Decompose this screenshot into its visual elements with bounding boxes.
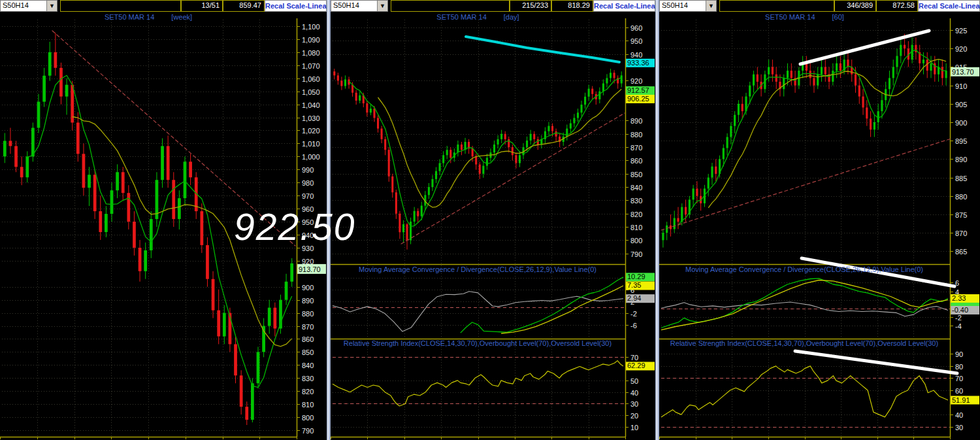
svg-text:880: 880 [630, 131, 642, 139]
svg-text:860: 860 [302, 335, 314, 343]
svg-text:62.29: 62.29 [627, 362, 645, 369]
svg-text:790: 790 [630, 250, 642, 258]
svg-text:1,020: 1,020 [302, 127, 320, 135]
svg-text:920: 920 [955, 45, 967, 53]
svg-text:890: 890 [302, 297, 314, 305]
svg-text:10.29: 10.29 [627, 273, 645, 280]
svg-text:913.70: 913.70 [952, 68, 974, 76]
svg-text:913.70: 913.70 [299, 265, 321, 273]
svg-text:10: 10 [630, 424, 638, 432]
bar-count-field: 215/233 [510, 0, 551, 12]
svg-text:990: 990 [302, 166, 314, 174]
toolbar-weekly: S50H14 ▼ 13/51 859.47 Recal Scale-Linear [0, 0, 327, 12]
svg-text:860: 860 [630, 157, 642, 165]
svg-text:850: 850 [630, 171, 642, 178]
window-separator[interactable] [655, 0, 659, 440]
svg-text:80: 80 [955, 363, 963, 371]
svg-text:51.91: 51.91 [952, 396, 970, 404]
svg-text:30: 30 [630, 400, 638, 408]
symbol-value: S50H14 [1, 1, 46, 11]
svg-text:925: 925 [955, 27, 967, 35]
svg-text:970: 970 [302, 192, 314, 200]
svg-text:2.33: 2.33 [952, 294, 966, 302]
chart-title-60min: SET50 MAR 14[60] [659, 13, 950, 21]
svg-text:940: 940 [630, 51, 642, 59]
svg-text:2.94: 2.94 [627, 294, 641, 302]
svg-text:60: 60 [955, 387, 963, 395]
chart-window-daily: S50H14 ▼ 215/233 818.29 Recal Scale-Line… [331, 0, 655, 440]
chart-title-daily: SET50 MAR 14[day] [331, 13, 625, 21]
svg-text:800: 800 [302, 414, 314, 422]
symbol-dropdown[interactable]: S50H14 ▼ [0, 0, 57, 12]
svg-text:912.57: 912.57 [627, 86, 649, 94]
recal-scale-button[interactable]: Recal Scale-Linear [593, 0, 655, 12]
svg-text:-4: -4 [955, 322, 962, 330]
recal-scale-button[interactable]: Recal Scale-Linear [265, 0, 327, 12]
svg-text:70: 70 [955, 375, 963, 382]
trading-workspace: { "icons": {"chevron_down": "▼"}, "overl… [0, 0, 980, 440]
symbol-dropdown[interactable]: S50H14 ▼ [331, 0, 388, 12]
svg-text:-6: -6 [630, 322, 637, 330]
svg-text:7.35: 7.35 [627, 281, 641, 289]
svg-text:40: 40 [955, 411, 963, 419]
svg-text:1,050: 1,050 [302, 88, 320, 96]
chart-symbol: SET50 MAR 14 [105, 13, 154, 21]
svg-text:1,070: 1,070 [302, 62, 320, 70]
svg-text:920: 920 [302, 258, 314, 265]
price-field: 859.47 [223, 0, 265, 12]
chart-window-60min: S50H14 ▼ 346/389 872.58 Recal Scale-Line… [659, 0, 980, 440]
recal-scale-button[interactable]: Recal Scale-Linear [918, 0, 980, 12]
macd-title-daily: Moving Average Convergence / Divergence(… [337, 265, 618, 273]
chevron-down-icon[interactable]: ▼ [46, 1, 57, 11]
svg-text:850: 850 [302, 348, 314, 356]
chart-symbol: SET50 MAR 14 [436, 13, 486, 21]
chart-timeframe: [week] [171, 13, 192, 21]
svg-text:810: 810 [630, 224, 642, 231]
svg-text:800: 800 [630, 237, 642, 245]
svg-text:865: 865 [955, 248, 967, 256]
chevron-down-icon[interactable]: ▼ [706, 1, 716, 11]
toolbar-daily: S50H14 ▼ 215/233 818.29 Recal Scale-Line… [331, 0, 655, 12]
svg-text:900: 900 [955, 119, 967, 127]
symbol-dropdown[interactable]: S50H14 ▼ [659, 0, 717, 12]
svg-text:810: 810 [302, 401, 314, 409]
svg-text:1,060: 1,060 [302, 75, 320, 83]
macd-title-60min: Moving Average Convergence / Divergence(… [666, 265, 943, 273]
svg-text:830: 830 [302, 375, 314, 382]
svg-text:70: 70 [630, 354, 638, 362]
svg-text:1,010: 1,010 [302, 140, 320, 148]
daily-chart-canvas[interactable]: 9609509409208908808708608508408308208108… [331, 12, 655, 440]
svg-text:-2: -2 [955, 314, 962, 322]
svg-text:30: 30 [955, 424, 963, 432]
svg-text:1,090: 1,090 [302, 36, 320, 44]
svg-text:933.36: 933.36 [627, 59, 649, 67]
svg-text:920: 920 [630, 77, 642, 85]
svg-text:1,080: 1,080 [302, 49, 320, 57]
60min-chart-canvas[interactable]: 9259209159109059008958908858808758708659… [659, 12, 980, 440]
svg-text:790: 790 [302, 427, 314, 435]
svg-text:-2: -2 [630, 310, 637, 318]
svg-text:950: 950 [630, 37, 642, 45]
svg-text:980: 980 [302, 179, 314, 187]
svg-text:870: 870 [955, 229, 967, 237]
svg-text:875: 875 [955, 211, 967, 219]
toolbar-spacer-field [391, 0, 510, 12]
svg-text:960: 960 [630, 24, 642, 32]
toolbar-60min: S50H14 ▼ 346/389 872.58 Recal Scale-Line… [659, 0, 980, 12]
rsi-title-60min: Relative Strength Index(CLOSE,14,30,70),… [666, 339, 943, 347]
symbol-value: S50H14 [331, 1, 377, 11]
svg-text:820: 820 [630, 211, 642, 218]
svg-text:900: 900 [302, 284, 314, 292]
svg-text:890: 890 [630, 117, 642, 125]
chart-symbol: SET50 MAR 14 [765, 13, 815, 21]
svg-text:1,100: 1,100 [302, 23, 320, 31]
svg-text:910: 910 [955, 82, 967, 90]
big-price-overlay: 922.50 [234, 205, 355, 248]
svg-text:880: 880 [955, 193, 967, 201]
svg-text:90: 90 [955, 350, 963, 358]
chevron-down-icon[interactable]: ▼ [377, 1, 387, 11]
svg-text:905: 905 [955, 101, 967, 109]
price-field: 818.29 [551, 0, 593, 12]
toolbar-spacer-field [719, 0, 834, 12]
symbol-value: S50H14 [660, 1, 706, 11]
